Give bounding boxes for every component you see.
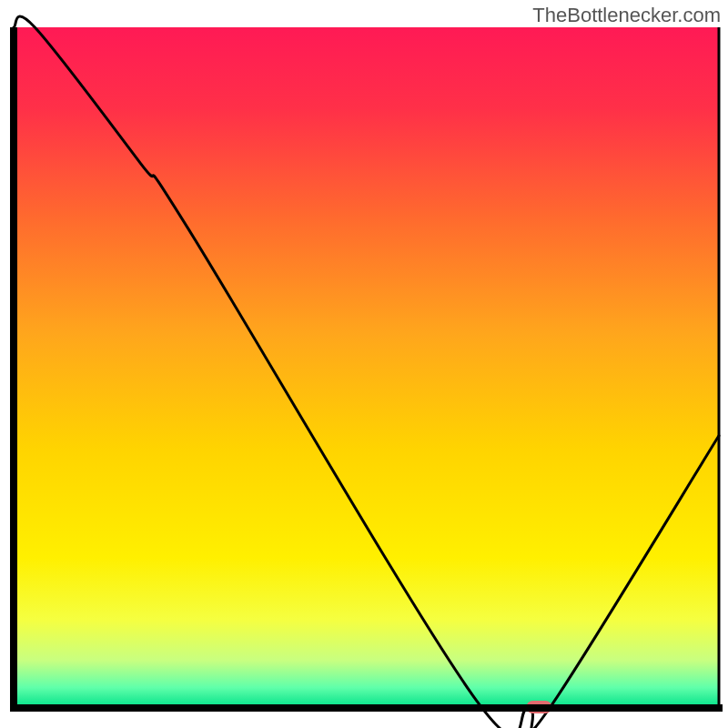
attribution-text: TheBottlenecker.com [532, 4, 721, 27]
bottleneck-chart: TheBottlenecker.com [0, 0, 728, 728]
chart-svg [0, 0, 728, 728]
